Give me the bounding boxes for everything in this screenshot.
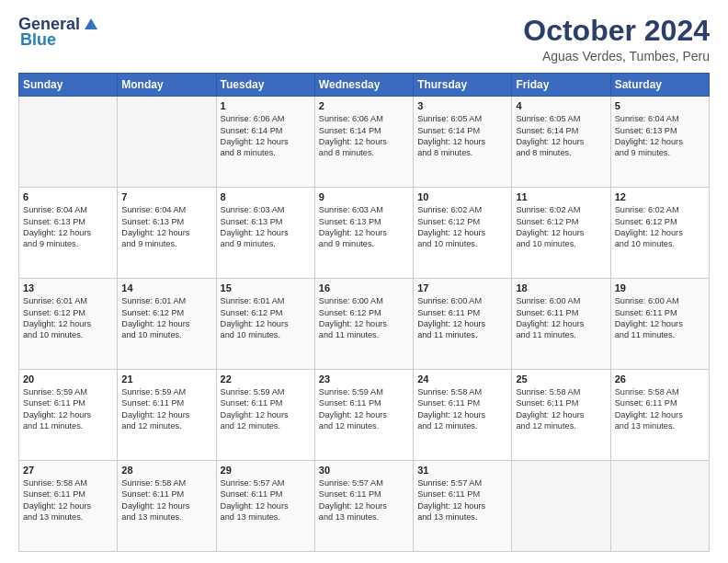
calendar-cell: 7Sunrise: 6:04 AM Sunset: 6:13 PM Daylig… — [118, 188, 216, 279]
day-number: 10 — [417, 191, 507, 202]
day-number: 17 — [417, 282, 507, 293]
calendar-cell: 12Sunrise: 6:02 AM Sunset: 6:12 PM Dayli… — [610, 188, 709, 279]
day-number: 19 — [615, 282, 705, 293]
day-number: 30 — [319, 465, 409, 476]
day-number: 12 — [615, 191, 705, 202]
calendar-cell: 2Sunrise: 6:06 AM Sunset: 6:14 PM Daylig… — [314, 97, 413, 188]
day-number: 16 — [319, 282, 409, 293]
subtitle: Aguas Verdes, Tumbes, Peru — [523, 49, 710, 63]
day-info: Sunrise: 5:58 AM Sunset: 6:11 PM Dayligh… — [615, 386, 705, 432]
day-number: 14 — [121, 282, 211, 293]
day-number: 3 — [417, 100, 507, 111]
day-number: 13 — [23, 282, 113, 293]
day-info: Sunrise: 6:01 AM Sunset: 6:12 PM Dayligh… — [221, 295, 311, 341]
calendar-cell: 5Sunrise: 6:04 AM Sunset: 6:13 PM Daylig… — [610, 97, 709, 188]
logo: General Blue — [18, 15, 99, 50]
calendar-cell: 27Sunrise: 5:58 AM Sunset: 6:11 PM Dayli… — [19, 461, 118, 552]
calendar-cell — [610, 461, 709, 552]
calendar-cell: 6Sunrise: 6:04 AM Sunset: 6:13 PM Daylig… — [19, 188, 118, 279]
day-info: Sunrise: 6:01 AM Sunset: 6:12 PM Dayligh… — [23, 295, 113, 341]
calendar-cell — [118, 97, 216, 188]
day-info: Sunrise: 6:00 AM Sunset: 6:12 PM Dayligh… — [319, 295, 409, 341]
day-info: Sunrise: 5:59 AM Sunset: 6:11 PM Dayligh… — [221, 386, 311, 432]
calendar-cell: 10Sunrise: 6:02 AM Sunset: 6:12 PM Dayli… — [414, 188, 512, 279]
logo-icon — [83, 17, 99, 33]
day-header-friday: Friday — [512, 74, 610, 97]
calendar-cell: 15Sunrise: 6:01 AM Sunset: 6:12 PM Dayli… — [216, 279, 314, 370]
main-title: October 2024 — [523, 15, 710, 47]
calendar-cell: 25Sunrise: 5:58 AM Sunset: 6:11 PM Dayli… — [512, 370, 610, 461]
day-number: 15 — [221, 282, 311, 293]
day-number: 9 — [319, 191, 409, 202]
calendar-cell: 4Sunrise: 6:05 AM Sunset: 6:14 PM Daylig… — [512, 97, 610, 188]
calendar-body: 1Sunrise: 6:06 AM Sunset: 6:14 PM Daylig… — [19, 97, 710, 552]
day-number: 11 — [516, 191, 606, 202]
day-number: 31 — [417, 465, 507, 476]
day-info: Sunrise: 6:02 AM Sunset: 6:12 PM Dayligh… — [516, 204, 606, 250]
calendar-cell — [512, 461, 610, 552]
day-info: Sunrise: 6:04 AM Sunset: 6:13 PM Dayligh… — [121, 204, 211, 250]
day-number: 1 — [221, 100, 311, 111]
calendar-cell: 1Sunrise: 6:06 AM Sunset: 6:14 PM Daylig… — [216, 97, 314, 188]
week-row-1: 1Sunrise: 6:06 AM Sunset: 6:14 PM Daylig… — [19, 97, 710, 188]
day-info: Sunrise: 6:04 AM Sunset: 6:13 PM Dayligh… — [615, 113, 705, 159]
calendar-cell: 14Sunrise: 6:01 AM Sunset: 6:12 PM Dayli… — [118, 279, 216, 370]
day-info: Sunrise: 5:58 AM Sunset: 6:11 PM Dayligh… — [417, 386, 507, 432]
header-row: SundayMondayTuesdayWednesdayThursdayFrid… — [19, 74, 710, 97]
day-number: 20 — [23, 373, 113, 385]
day-header-thursday: Thursday — [414, 74, 512, 97]
calendar-cell: 22Sunrise: 5:59 AM Sunset: 6:11 PM Dayli… — [216, 370, 314, 461]
logo-blue: Blue — [20, 30, 56, 50]
calendar-cell: 8Sunrise: 6:03 AM Sunset: 6:13 PM Daylig… — [216, 188, 314, 279]
calendar-cell: 3Sunrise: 6:05 AM Sunset: 6:14 PM Daylig… — [414, 97, 512, 188]
week-row-4: 20Sunrise: 5:59 AM Sunset: 6:11 PM Dayli… — [19, 370, 710, 461]
page: General Blue October 2024 Aguas Verdes, … — [0, 0, 728, 563]
day-info: Sunrise: 6:04 AM Sunset: 6:13 PM Dayligh… — [23, 204, 113, 250]
day-number: 25 — [516, 373, 606, 385]
week-row-3: 13Sunrise: 6:01 AM Sunset: 6:12 PM Dayli… — [19, 279, 710, 370]
day-info: Sunrise: 6:00 AM Sunset: 6:11 PM Dayligh… — [615, 295, 705, 341]
day-header-saturday: Saturday — [610, 74, 709, 97]
day-number: 29 — [221, 465, 311, 476]
day-info: Sunrise: 6:00 AM Sunset: 6:11 PM Dayligh… — [417, 295, 507, 341]
calendar-cell: 11Sunrise: 6:02 AM Sunset: 6:12 PM Dayli… — [512, 188, 610, 279]
day-number: 23 — [319, 373, 409, 385]
day-info: Sunrise: 5:57 AM Sunset: 6:11 PM Dayligh… — [221, 477, 311, 523]
day-info: Sunrise: 6:06 AM Sunset: 6:14 PM Dayligh… — [319, 113, 409, 159]
day-number: 27 — [23, 465, 113, 476]
day-info: Sunrise: 5:58 AM Sunset: 6:11 PM Dayligh… — [23, 477, 113, 523]
calendar-cell: 19Sunrise: 6:00 AM Sunset: 6:11 PM Dayli… — [610, 279, 709, 370]
day-number: 21 — [121, 373, 211, 385]
calendar-cell: 9Sunrise: 6:03 AM Sunset: 6:13 PM Daylig… — [314, 188, 413, 279]
day-info: Sunrise: 5:58 AM Sunset: 6:11 PM Dayligh… — [121, 477, 211, 523]
day-header-monday: Monday — [118, 74, 216, 97]
day-info: Sunrise: 6:03 AM Sunset: 6:13 PM Dayligh… — [221, 204, 311, 250]
day-number: 2 — [319, 100, 409, 111]
day-number: 5 — [615, 100, 705, 111]
day-info: Sunrise: 6:03 AM Sunset: 6:13 PM Dayligh… — [319, 204, 409, 250]
week-row-5: 27Sunrise: 5:58 AM Sunset: 6:11 PM Dayli… — [19, 461, 710, 552]
calendar-cell: 20Sunrise: 5:59 AM Sunset: 6:11 PM Dayli… — [19, 370, 118, 461]
day-number: 4 — [516, 100, 606, 111]
calendar-cell: 31Sunrise: 5:57 AM Sunset: 6:11 PM Dayli… — [414, 461, 512, 552]
day-number: 26 — [615, 373, 705, 385]
day-number: 28 — [121, 465, 211, 476]
calendar-cell: 21Sunrise: 5:59 AM Sunset: 6:11 PM Dayli… — [118, 370, 216, 461]
day-number: 6 — [23, 191, 113, 202]
day-info: Sunrise: 5:59 AM Sunset: 6:11 PM Dayligh… — [121, 386, 211, 432]
header: General Blue October 2024 Aguas Verdes, … — [18, 15, 710, 63]
day-number: 8 — [221, 191, 311, 202]
calendar-cell: 23Sunrise: 5:59 AM Sunset: 6:11 PM Dayli… — [314, 370, 413, 461]
day-number: 18 — [516, 282, 606, 293]
calendar-cell: 29Sunrise: 5:57 AM Sunset: 6:11 PM Dayli… — [216, 461, 314, 552]
day-info: Sunrise: 5:58 AM Sunset: 6:11 PM Dayligh… — [516, 386, 606, 432]
day-info: Sunrise: 6:05 AM Sunset: 6:14 PM Dayligh… — [516, 113, 606, 159]
calendar-cell: 16Sunrise: 6:00 AM Sunset: 6:12 PM Dayli… — [314, 279, 413, 370]
day-number: 7 — [121, 191, 211, 202]
day-info: Sunrise: 5:59 AM Sunset: 6:11 PM Dayligh… — [23, 386, 113, 432]
calendar-cell — [19, 97, 118, 188]
day-info: Sunrise: 6:02 AM Sunset: 6:12 PM Dayligh… — [417, 204, 507, 250]
calendar-cell: 24Sunrise: 5:58 AM Sunset: 6:11 PM Dayli… — [414, 370, 512, 461]
calendar-cell: 28Sunrise: 5:58 AM Sunset: 6:11 PM Dayli… — [118, 461, 216, 552]
day-info: Sunrise: 6:06 AM Sunset: 6:14 PM Dayligh… — [221, 113, 311, 159]
